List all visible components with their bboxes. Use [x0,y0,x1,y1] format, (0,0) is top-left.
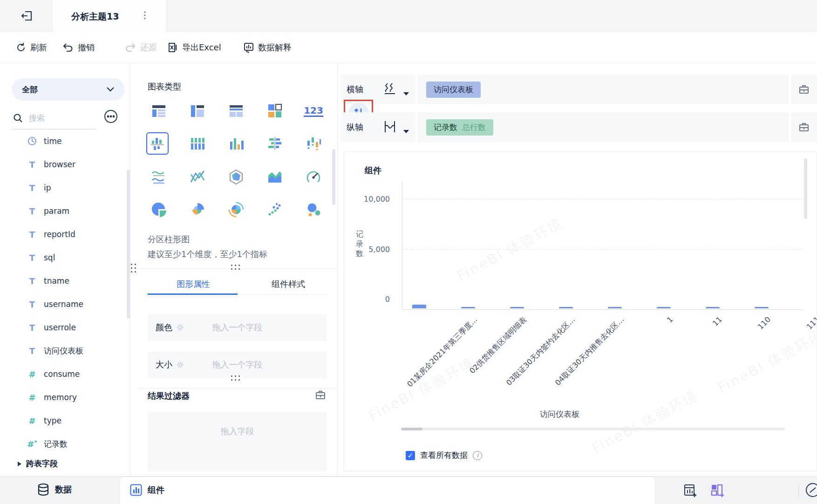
field-item-memory[interactable]: # memory [0,389,127,405]
add-dashboard-icon[interactable] [710,483,725,498]
canvas-panel: 横轴 访问仪表板 [338,63,817,476]
bar[interactable] [510,307,524,308]
kpi-card-icon [266,102,283,119]
filter-briefcase-icon[interactable] [315,389,326,401]
chart-type-grouping-table[interactable] [148,100,170,122]
chart-type-number-kpi[interactable]: 123 [302,100,325,122]
bar[interactable] [412,305,426,308]
data-explain-button[interactable]: 数据解释 [244,41,292,54]
size-property-row[interactable]: 大小 拖入一个字段 [148,351,327,378]
chart-type-area[interactable] [264,166,286,188]
field-item-record-count[interactable]: #* 记录数 [0,436,127,452]
chart-type-pie[interactable] [148,198,170,221]
sidebar-scrollbar[interactable] [127,170,130,319]
field-item-type[interactable]: # type [0,413,127,429]
section-drag-handle[interactable] [231,375,243,382]
x-axis-line [402,309,803,310]
x-axis-type-icon[interactable] [382,81,398,97]
y-axis-type-icon[interactable] [382,119,398,135]
refresh-button[interactable]: 刷新 [16,41,47,54]
cross-table-fields-group[interactable]: 跨表字段 [18,458,58,469]
y-axis-field-zone[interactable]: 记录数 总行数 [417,112,789,142]
chart-type-partitioned-column-selected[interactable] [146,132,169,155]
bar[interactable] [657,307,671,308]
x-axis-clear-cell[interactable] [791,75,817,104]
chart-type-rose[interactable] [186,198,209,221]
field-item-browser[interactable]: T browser [0,157,127,172]
x-category-label: 111 [805,315,817,331]
export-excel-button[interactable]: 导出Excel [168,41,221,54]
field-item-sql[interactable]: T sql [0,250,127,266]
redo-button[interactable]: 还原 [125,41,157,54]
gear-icon[interactable] [176,361,184,369]
chart-type-range-column[interactable] [302,132,325,155]
tab-graphic-properties[interactable]: 图形属性 [177,279,210,290]
bar[interactable] [608,307,622,308]
x-axis-field-pill[interactable]: 访问仪表板 [426,82,481,98]
chart-type-radar[interactable] [225,166,247,188]
x-axis-dropdown-caret[interactable] [403,92,409,95]
field-item-ip[interactable]: T ip [0,180,127,196]
footer-extra-icon[interactable] [806,483,817,497]
chart-component-card[interactable]: 组件 FineBI 体验环境 FineBI 体验环境 FineBI 体验环境 F… [344,151,817,471]
field-item-username[interactable]: T username [0,296,127,312]
exit-back-icon[interactable] [20,9,34,22]
chart-type-multilayer-pie[interactable] [225,198,247,221]
text-field-icon: T [27,253,38,263]
x-axis-field-zone[interactable]: 访问仪表板 [417,75,789,104]
bar[interactable] [461,307,475,308]
y-axis-field-pill[interactable]: 记录数 总行数 [426,119,493,136]
gear-icon[interactable] [176,323,184,332]
panel-resize-handle[interactable] [131,264,137,276]
section-drag-handle[interactable] [231,265,243,271]
bar[interactable] [559,307,573,308]
chart-type-line[interactable] [148,166,170,188]
active-tab-underline [148,293,238,295]
field-item-consume[interactable]: # consume [0,366,127,382]
component-tab-icon [130,484,142,496]
midpanel-scrollbar[interactable] [332,149,335,205]
y-axis-dropdown-caret[interactable] [403,130,409,133]
field-item-param[interactable]: T param [0,203,127,219]
watermark: FineBI 体验环境 [365,354,478,426]
chart-type-comparison-bar[interactable] [264,132,286,155]
chart-type-combo-line[interactable] [186,166,209,188]
chart-type-column[interactable] [225,132,247,155]
x-category-label: 11 [711,315,724,328]
field-label: type [44,416,61,425]
add-component-icon[interactable] [683,483,698,498]
result-filter-dropzone[interactable]: 拖入字段 [148,412,327,471]
rightpanel-scrollbar[interactable] [804,158,807,219]
chart-type-kpi-card[interactable] [264,100,286,122]
chart-type-bubble[interactable] [302,198,325,221]
more-menu-icon[interactable]: ⋮ [140,9,150,20]
tab-component-active[interactable]: 组件 [119,477,656,504]
field-item-dashboard[interactable]: T 访问仪表板 [0,343,127,359]
chart-type-detail-table[interactable] [225,100,247,122]
chart-type-gauge[interactable] [302,166,325,188]
chart-type-scatter[interactable] [264,198,286,221]
field-item-userrole[interactable]: T userrole [0,320,127,335]
tab-data[interactable]: 数据 [37,483,72,496]
bar[interactable] [706,307,720,308]
text-field-icon: T [27,346,38,356]
more-options-icon[interactable] [103,109,118,124]
header-title-tab: 分析主题13 ⋮ [52,0,167,32]
chart-hscrollbar-thumb[interactable] [401,428,422,430]
multi-series-column-icon [189,135,206,152]
info-icon[interactable]: i [473,451,482,460]
chart-type-multi-series-column[interactable] [186,132,209,155]
chart-type-cross-table[interactable] [186,100,209,122]
field-item-time[interactable]: time [0,133,127,149]
color-property-row[interactable]: 颜色 拖入一个字段 [148,314,327,341]
show-all-data-checkbox[interactable]: ✓ [406,451,415,460]
field-item-reportid[interactable]: T reportId [0,226,127,242]
tab-component-style[interactable]: 组件样式 [272,279,305,290]
y-axis-clear-cell[interactable] [791,112,817,142]
undo-button[interactable]: 撤销 [62,41,95,54]
chart-hscrollbar-track[interactable] [401,428,785,430]
search-input[interactable] [29,114,89,123]
field-item-tname[interactable]: T tname [0,273,127,289]
table-scope-selector[interactable]: 全部 [12,78,125,101]
bar[interactable] [755,307,769,308]
